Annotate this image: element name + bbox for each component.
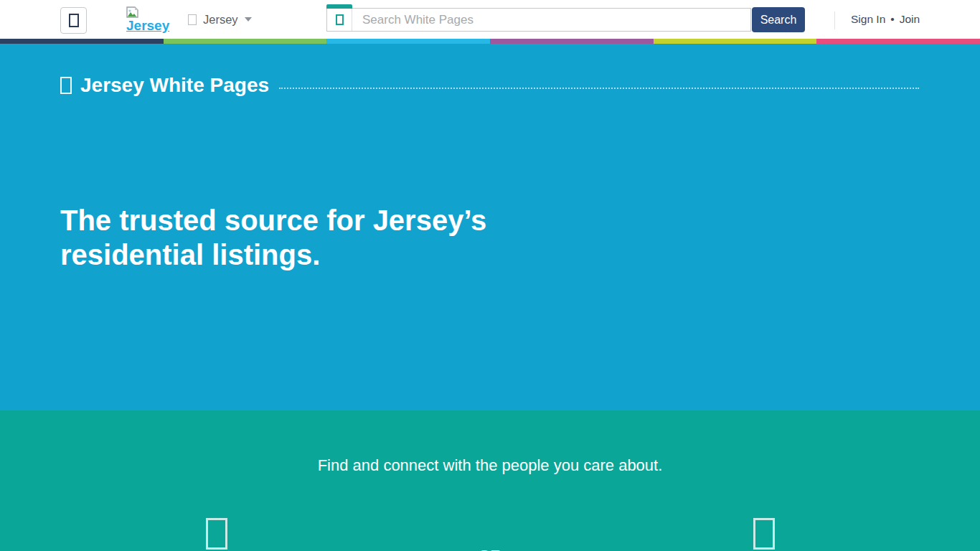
book-icon [60,77,72,94]
stripe-segment [490,39,654,44]
header-divider [834,11,835,29]
header: Jersey Jersey Search Sign In • Join [0,0,980,39]
join-link[interactable]: Join [900,13,920,26]
page-title: Jersey White Pages [80,74,269,97]
search-type-tab [326,4,352,9]
section-title-row: Jersey White Pages [60,74,919,97]
stripe-segment [326,39,490,44]
people-icon [753,518,775,550]
sign-in-link[interactable]: Sign In [851,13,885,26]
stripe-segment [654,39,817,44]
person-search-icon [336,14,344,25]
location-icon [188,14,197,25]
menu-button[interactable] [60,7,87,34]
dotted-divider [279,88,919,89]
phonebook-icon [206,518,227,550]
or-label: OR [0,547,980,551]
search-bar [326,8,751,32]
hero-section: Jersey White Pages The trusted source fo… [0,44,980,410]
hero-headline: The trusted source for Jersey’s resident… [60,203,620,272]
auth-links: Sign In • Join [851,0,920,39]
chevron-down-icon [245,17,252,22]
hamburger-menu-icon [69,14,79,27]
region-selector[interactable]: Jersey [188,0,252,39]
logo-link[interactable]: Jersey [126,6,169,32]
region-label: Jersey [203,13,238,27]
auth-separator: • [890,13,894,26]
search-button[interactable]: Search [752,7,805,32]
broken-image-icon [126,6,138,18]
accent-stripe [0,39,980,44]
stripe-segment [0,39,164,44]
logo-alt-text: Jersey [126,19,169,32]
stripe-segment [816,39,980,44]
connect-section: Find and connect with the people you car… [0,410,980,551]
search-type-selector[interactable] [327,9,352,31]
search-input[interactable] [352,9,750,31]
connect-subtitle: Find and connect with the people you car… [0,456,980,475]
stripe-segment [164,39,327,44]
